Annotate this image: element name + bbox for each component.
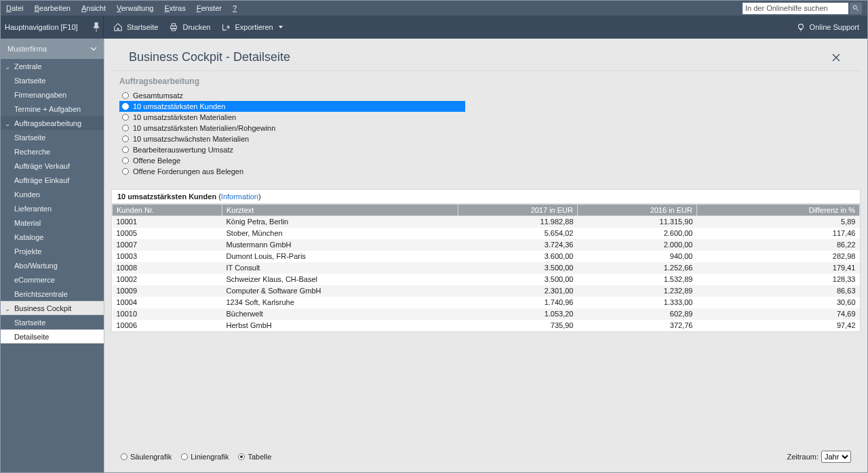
sidebar-item-label: Aufträge Verkauf <box>14 162 70 170</box>
search-input[interactable] <box>743 3 848 14</box>
sidebar-item[interactable]: Lieferanten <box>1 201 104 215</box>
sidebar-item[interactable]: Berichtszentrale <box>1 287 104 301</box>
report-option[interactable]: Offene Belege <box>119 155 465 166</box>
sidebar-item[interactable]: Startseite <box>1 315 104 329</box>
information-link[interactable]: Information <box>221 192 258 201</box>
table-row[interactable]: 10010Bücherwelt1.053,20602,8974,69 <box>113 308 860 320</box>
radio-icon <box>122 114 129 121</box>
chevron-down-icon: ⌄ <box>5 119 10 127</box>
zeitraum-label: Zeitraum: <box>787 453 818 461</box>
sidebar-item[interactable]: Startseite <box>1 73 104 87</box>
sidebar-item[interactable]: Firmenangaben <box>1 87 104 102</box>
sidebar-item-auftragsbearbeitung[interactable]: ⌄ Auftragsbearbeitung <box>1 116 104 130</box>
report-options: Gesamtumsatz10 umsatzstärksten Kunden10 … <box>111 90 861 184</box>
table-cell: 2.000,00 <box>578 239 697 251</box>
table-row[interactable]: 10001König Petra, Berlin11.982,8811.315,… <box>113 216 860 228</box>
close-button[interactable] <box>829 52 843 63</box>
exportieren-button[interactable]: Exportieren <box>216 16 288 39</box>
table-row[interactable]: 10006Herbst GmbH735,90372,7697,42 <box>113 320 860 331</box>
table-cell: 30,60 <box>697 297 860 308</box>
sidebar-item[interactable]: Detailseite <box>1 329 104 344</box>
table-row[interactable]: 10009Computer & Software GmbH2.301,001.2… <box>113 285 860 297</box>
sidebar-item-label: Aufträge Einkauf <box>14 176 69 184</box>
sidebar-item[interactable]: Startseite <box>1 130 104 144</box>
menu-ansicht[interactable]: Ansicht <box>81 4 106 12</box>
sidebar-item[interactable]: Kataloge <box>1 230 104 244</box>
customers-table: Kunden Nr. Kurztext 2017 in EUR 2016 in … <box>112 204 860 331</box>
col-kurztext[interactable]: Kurztext <box>222 205 458 216</box>
table-cell: 10007 <box>113 239 222 251</box>
sidebar-item-label: Material <box>14 219 41 227</box>
menu-datei[interactable]: Datei <box>6 4 24 12</box>
startseite-button[interactable]: Startseite <box>108 16 163 39</box>
sidebar-item[interactable]: Aufträge Einkauf <box>1 173 104 187</box>
table-row[interactable]: 10005Stober, München5.654,022.600,00117,… <box>113 228 860 239</box>
zeitraum-select[interactable]: Jahr <box>821 451 851 463</box>
report-option[interactable]: 10 umsatzstärksten Materialien/Rohgewinn <box>119 123 465 133</box>
col-kundennr[interactable]: Kunden Nr. <box>113 205 222 216</box>
table-cell: 602,89 <box>578 308 697 320</box>
table-cell: 282,98 <box>697 251 860 262</box>
col-2016[interactable]: 2016 in EUR <box>578 205 697 216</box>
view-option[interactable]: Liniengrafik <box>181 453 229 461</box>
view-options: SäulengrafikLiniengrafikTabelle <box>121 453 271 461</box>
report-option-label: 10 umsatzstärksten Materialien <box>133 113 236 121</box>
table-cell: 1234 Soft, Karlsruhe <box>222 297 458 308</box>
menu-help[interactable]: ? <box>233 4 237 12</box>
table-cell: Dumont Louis, FR-Paris <box>222 251 458 262</box>
sidebar-item[interactable]: Projekte <box>1 244 104 258</box>
search-icon <box>852 5 859 12</box>
report-option[interactable]: 10 umsatzstärksten Materialien <box>119 112 465 123</box>
sidebar-item-zentrale[interactable]: ⌄ Zentrale <box>1 59 104 73</box>
online-support-button[interactable]: Online Support <box>796 22 863 32</box>
view-option-label: Liniengrafik <box>191 453 229 461</box>
col-2017[interactable]: 2017 in EUR <box>458 205 578 216</box>
table-row[interactable]: 10008IT Consult3.500,001.252,66179,41 <box>113 262 860 274</box>
table-row[interactable]: 10003Dumont Louis, FR-Paris3.600,00940,0… <box>113 251 860 262</box>
report-option[interactable]: Bearbeiterauswertung Umsatz <box>119 144 465 155</box>
report-option-label: Offene Belege <box>133 157 180 165</box>
sidebar-item-label: Detailseite <box>14 333 49 341</box>
sidebar-item[interactable]: Abo/Wartung <box>1 258 104 272</box>
report-option[interactable]: 10 umsatzstärksten Kunden <box>119 101 465 112</box>
table-cell: 97,42 <box>697 320 860 331</box>
drucken-button[interactable]: Drucken <box>163 16 216 39</box>
menu-extras[interactable]: Extras <box>164 4 185 12</box>
table-row[interactable]: 100041234 Soft, Karlsruhe1.740,961.333,0… <box>113 297 860 308</box>
view-option[interactable]: Tabelle <box>238 453 271 461</box>
col-diff[interactable]: Differenz in % <box>697 205 860 216</box>
sidebar-item[interactable]: Aufträge Verkauf <box>1 159 104 173</box>
sidebar-item[interactable]: Recherche <box>1 144 104 159</box>
svg-point-0 <box>853 5 856 9</box>
table-cell: 940,00 <box>578 251 697 262</box>
table-row[interactable]: 10002Schweizer Klaus, CH-Basel3.500,001.… <box>113 274 860 285</box>
radio-icon <box>121 453 127 460</box>
view-option-label: Säulengrafik <box>130 453 172 461</box>
sidebar-label-auftragsbearbeitung: Auftragsbearbeitung <box>14 119 81 127</box>
sidebar-item[interactable]: Kunden <box>1 187 104 201</box>
sidebar-item[interactable]: eCommerce <box>1 272 104 287</box>
search-button[interactable] <box>850 3 862 14</box>
company-selector[interactable]: Musterfirma <box>1 39 104 59</box>
view-option[interactable]: Säulengrafik <box>121 453 172 461</box>
pin-icon[interactable] <box>90 22 103 32</box>
table-row[interactable]: 10007Mustermann GmbH3.724,362.000,0086,2… <box>113 239 860 251</box>
sidebar-label-business-cockpit: Business Cockpit <box>14 304 71 312</box>
sidebar-item-label: Kataloge <box>14 233 43 241</box>
table-cell: 1.252,66 <box>578 262 697 274</box>
report-option[interactable]: 10 umsatzschwächsten Materialien <box>119 133 465 144</box>
report-option[interactable]: Offene Forderungen aus Belegen <box>119 166 465 177</box>
table-cell: 10006 <box>113 320 222 331</box>
sidebar-item-business-cockpit[interactable]: ⌄ Business Cockpit <box>1 301 104 315</box>
sidebar-item[interactable]: Termine + Aufgaben <box>1 102 104 116</box>
menu-fenster[interactable]: Fenster <box>197 4 222 12</box>
table-cell: 86,63 <box>697 285 860 297</box>
sidebar-item-label: eCommerce <box>14 276 55 284</box>
radio-icon <box>122 103 129 110</box>
menu-bearbeiten[interactable]: Bearbeiten <box>35 4 71 12</box>
menubar: Datei Bearbeiten Ansicht Verwaltung Extr… <box>1 1 867 16</box>
sidebar-item[interactable]: Material <box>1 215 104 230</box>
report-option[interactable]: Gesamtumsatz <box>119 90 465 101</box>
drucken-label: Drucken <box>182 23 210 31</box>
menu-verwaltung[interactable]: Verwaltung <box>117 4 153 12</box>
